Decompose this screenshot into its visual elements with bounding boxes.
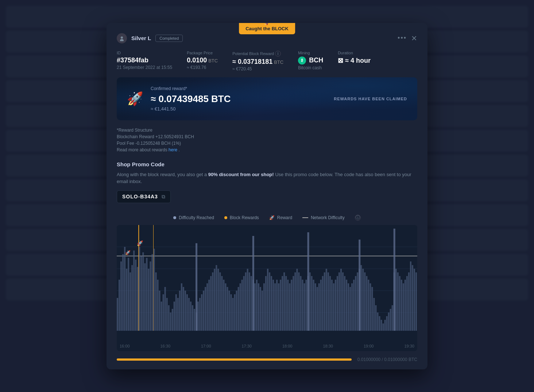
svg-rect-112 bbox=[302, 280, 303, 331]
time-label-1630: 16:30 bbox=[160, 344, 170, 348]
svg-rect-128 bbox=[331, 280, 333, 331]
svg-rect-136 bbox=[346, 280, 347, 331]
copy-icon[interactable]: ⧉ bbox=[162, 194, 165, 200]
svg-rect-14 bbox=[122, 254, 124, 331]
read-more-link[interactable]: here bbox=[169, 147, 177, 152]
block-rewards-label: Block Rewards bbox=[230, 215, 259, 220]
svg-rect-127 bbox=[329, 276, 331, 331]
time-label-1930: 19:30 bbox=[404, 344, 414, 348]
duration-label: Duration bbox=[338, 51, 371, 55]
svg-rect-25 bbox=[142, 252, 144, 331]
svg-rect-79 bbox=[241, 280, 243, 331]
svg-rect-109 bbox=[296, 269, 298, 331]
svg-rect-117 bbox=[311, 276, 313, 331]
svg-rect-158 bbox=[386, 316, 388, 331]
svg-rect-125 bbox=[326, 269, 327, 331]
svg-rect-58 bbox=[203, 291, 204, 331]
svg-rect-52 bbox=[192, 305, 193, 331]
duration-value: ⊠ ≈ 4 hour bbox=[338, 57, 371, 65]
svg-rect-71 bbox=[227, 287, 228, 331]
svg-rect-74 bbox=[232, 298, 234, 331]
svg-rect-164 bbox=[397, 272, 399, 331]
svg-rect-122 bbox=[320, 280, 322, 331]
status-badge: Completed bbox=[155, 35, 183, 42]
svg-rect-19 bbox=[131, 265, 133, 331]
info-row: ID #37584fab 21 September 2022 at 15:55 … bbox=[107, 43, 427, 77]
svg-rect-137 bbox=[348, 283, 349, 331]
promo-code-text: SOLO-B34A3 bbox=[122, 194, 158, 199]
svg-rect-149 bbox=[369, 283, 371, 331]
svg-rect-16 bbox=[126, 269, 127, 331]
reward-info-icon[interactable]: i bbox=[275, 51, 281, 57]
progress-label: 0.01000000 / 0.01000000 BTC bbox=[357, 357, 417, 362]
svg-rect-96 bbox=[272, 280, 274, 331]
reward-eur: ≈ €720.45 bbox=[232, 66, 283, 71]
svg-rect-24 bbox=[140, 256, 142, 331]
close-button[interactable]: ✕ bbox=[411, 35, 417, 42]
svg-rect-76 bbox=[236, 291, 237, 331]
svg-rect-141 bbox=[355, 276, 356, 331]
svg-rect-98 bbox=[276, 280, 278, 331]
svg-rect-156 bbox=[383, 323, 384, 331]
legend-network-difficulty: Network Difficulty bbox=[302, 215, 344, 220]
chart-info-icon[interactable]: ⓘ bbox=[355, 215, 361, 221]
svg-rect-178 bbox=[359, 240, 360, 331]
package-eur: ≈ €193.76 bbox=[187, 65, 218, 70]
svg-rect-111 bbox=[300, 276, 301, 331]
svg-rect-118 bbox=[313, 280, 314, 331]
svg-rect-53 bbox=[194, 309, 195, 331]
svg-rect-87 bbox=[256, 280, 258, 331]
svg-rect-170 bbox=[408, 272, 410, 331]
svg-rect-32 bbox=[155, 272, 157, 331]
progress-bar-fill bbox=[117, 358, 352, 361]
svg-rect-91 bbox=[263, 283, 265, 331]
svg-rect-55 bbox=[197, 302, 199, 331]
svg-rect-39 bbox=[168, 305, 170, 331]
svg-rect-42 bbox=[174, 302, 175, 331]
id-date: 21 September 2022 at 15:55 bbox=[117, 65, 172, 70]
svg-rect-97 bbox=[274, 283, 276, 331]
svg-rect-100 bbox=[280, 280, 281, 331]
username: Silver L bbox=[131, 35, 151, 41]
svg-rect-17 bbox=[128, 258, 129, 331]
difficulty-reached-dot bbox=[173, 216, 176, 219]
svg-rect-37 bbox=[165, 287, 166, 331]
svg-rect-135 bbox=[344, 276, 345, 331]
svg-rect-12 bbox=[119, 280, 120, 331]
svg-rect-93 bbox=[267, 269, 268, 331]
svg-rect-119 bbox=[315, 283, 316, 331]
svg-rect-161 bbox=[392, 305, 393, 331]
reward-rocket-icon: 🚀 bbox=[269, 215, 275, 220]
svg-rect-51 bbox=[190, 302, 191, 331]
svg-rect-86 bbox=[254, 283, 256, 331]
svg-rect-89 bbox=[260, 287, 261, 331]
package-value: 0.0100BTC bbox=[187, 57, 218, 64]
reward-value: ≈ 0.03718181BTC bbox=[232, 58, 283, 66]
svg-rect-104 bbox=[287, 280, 289, 331]
svg-rect-48 bbox=[185, 291, 186, 331]
svg-rect-26 bbox=[144, 263, 146, 331]
svg-rect-29 bbox=[150, 261, 151, 331]
reward-label: Potential Block Reward i bbox=[232, 51, 283, 57]
mining-coin: BCH bbox=[309, 57, 323, 64]
svg-point-1 bbox=[121, 36, 123, 39]
time-label-1800: 18:00 bbox=[282, 344, 293, 348]
mining-row: ₿ BCH bbox=[298, 57, 323, 65]
svg-rect-50 bbox=[188, 298, 190, 331]
svg-rect-175 bbox=[196, 243, 197, 331]
svg-rect-66 bbox=[217, 269, 219, 331]
more-options-button[interactable]: ••• bbox=[398, 34, 407, 42]
svg-rect-65 bbox=[216, 265, 217, 331]
bch-icon: ₿ bbox=[298, 57, 306, 65]
header-actions: ••• ✕ bbox=[398, 34, 417, 42]
svg-rect-133 bbox=[340, 269, 342, 331]
time-label-1730: 17:30 bbox=[241, 344, 252, 348]
svg-rect-123 bbox=[322, 276, 324, 331]
svg-rect-20 bbox=[133, 251, 135, 331]
svg-rect-23 bbox=[139, 247, 140, 331]
caught-banner-label: Caught the BLOCK bbox=[245, 26, 289, 31]
svg-rect-145 bbox=[362, 269, 364, 331]
svg-rect-144 bbox=[360, 265, 362, 331]
svg-rect-169 bbox=[406, 276, 408, 331]
svg-rect-57 bbox=[201, 294, 202, 331]
